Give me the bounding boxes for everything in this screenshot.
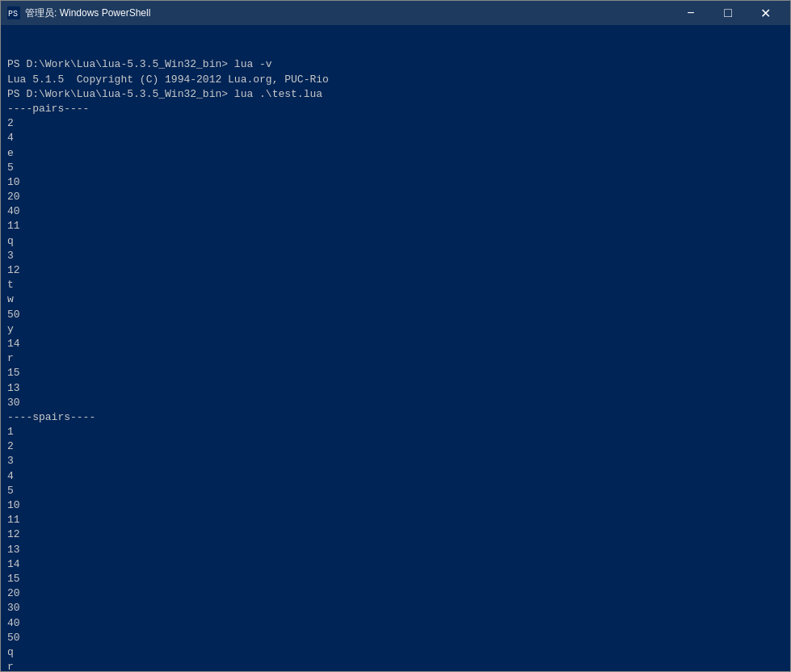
- terminal-line: q: [7, 234, 784, 249]
- terminal-line: 3: [7, 454, 784, 468]
- terminal-line: 20: [7, 586, 784, 601]
- terminal-line: q: [7, 645, 784, 660]
- terminal-line: r: [7, 660, 784, 671]
- terminal-line: 2: [7, 439, 784, 454]
- svg-text:PS: PS: [8, 10, 18, 19]
- terminal-line: 2: [7, 116, 784, 131]
- terminal-line: 30: [7, 396, 784, 410]
- terminal-line: 5: [7, 161, 784, 175]
- terminal-line: 12: [7, 527, 784, 542]
- terminal-output[interactable]: PS D:\Work\Lua\lua-5.3.5_Win32_bin> lua …: [1, 25, 790, 671]
- terminal-line: w: [7, 292, 784, 307]
- terminal-line: 14: [7, 337, 784, 351]
- close-button[interactable]: ✕: [747, 1, 784, 25]
- terminal-line: 4: [7, 131, 784, 145]
- terminal-line: 40: [7, 616, 784, 631]
- terminal-line: 3: [7, 249, 784, 263]
- powershell-window: PS 管理员: Windows PowerShell − □ ✕ PS D:\W…: [0, 0, 791, 672]
- terminal-line: y: [7, 322, 784, 337]
- terminal-line: 40: [7, 204, 784, 219]
- terminal-line: PS D:\Work\Lua\lua-5.3.5_Win32_bin> lua …: [7, 87, 784, 102]
- terminal-line: 13: [7, 381, 784, 396]
- terminal-line: 15: [7, 572, 784, 586]
- maximize-button[interactable]: □: [709, 1, 747, 25]
- terminal-line: ----pairs----: [7, 102, 784, 116]
- terminal-line: 11: [7, 219, 784, 233]
- window-controls: − □ ✕: [672, 1, 784, 25]
- terminal-line: 20: [7, 190, 784, 204]
- title-bar-title: 管理员: Windows PowerShell: [25, 6, 672, 20]
- terminal-line: 15: [7, 366, 784, 380]
- terminal-line: e: [7, 146, 784, 161]
- terminal-line: 11: [7, 513, 784, 527]
- terminal-line: 50: [7, 308, 784, 322]
- terminal-line: 4: [7, 469, 784, 484]
- terminal-line: PS D:\Work\Lua\lua-5.3.5_Win32_bin> lua …: [7, 57, 784, 72]
- terminal-line: 12: [7, 263, 784, 278]
- terminal-line: 1: [7, 425, 784, 439]
- terminal-line: t: [7, 278, 784, 292]
- title-bar: PS 管理员: Windows PowerShell − □ ✕: [1, 1, 790, 25]
- terminal-line: Lua 5.1.5 Copyright (C) 1994-2012 Lua.or…: [7, 73, 784, 87]
- terminal-line: 30: [7, 601, 784, 615]
- terminal-line: 10: [7, 498, 784, 513]
- terminal-line: 14: [7, 557, 784, 572]
- terminal-line: r: [7, 351, 784, 366]
- terminal-line: 50: [7, 631, 784, 645]
- terminal-line: ----spairs----: [7, 410, 784, 425]
- terminal-line: 5: [7, 484, 784, 498]
- terminal-line: 13: [7, 543, 784, 557]
- powershell-icon: PS: [7, 6, 20, 19]
- minimize-button[interactable]: −: [672, 1, 709, 25]
- terminal-line: 10: [7, 175, 784, 190]
